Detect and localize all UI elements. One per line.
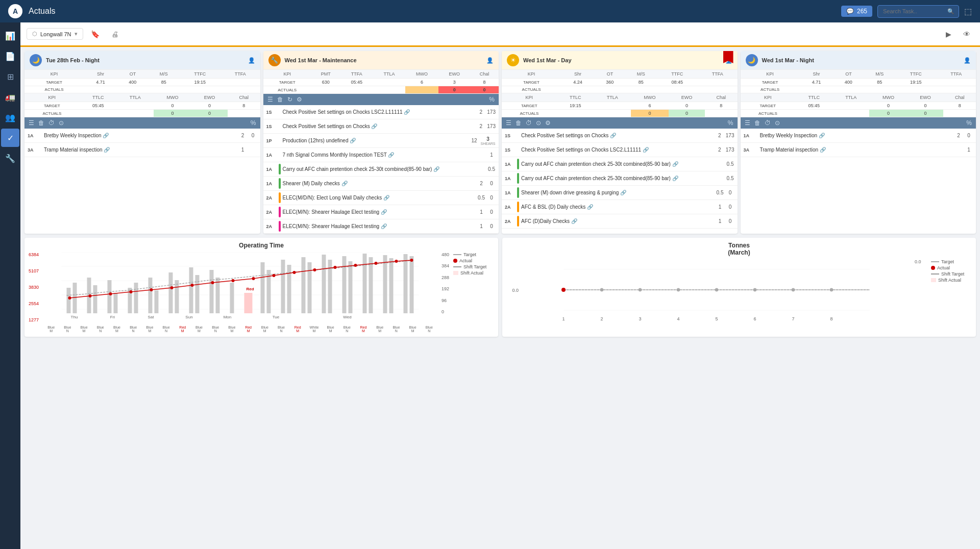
ewo-actual: 0 — [191, 110, 228, 117]
sub-label-red: RedM — [175, 326, 191, 333]
svg-point-43 — [150, 288, 153, 291]
chat-icon: 💬 — [846, 8, 854, 15]
badge-1s-1: 1S — [266, 110, 277, 115]
trash-icon-wn[interactable]: 🗑 — [754, 119, 761, 127]
task-name-1p: Production (12hrs) undefined 🔗 — [283, 138, 469, 144]
list-icon[interactable]: ☰ — [29, 119, 34, 127]
sidebar-item-people[interactable]: 👥 — [1, 108, 19, 127]
link-2a-h2[interactable]: 🔗 — [381, 223, 387, 229]
link-d1[interactable]: 🔗 — [610, 133, 616, 138]
percent-icon[interactable]: % — [251, 119, 256, 127]
settings-icon[interactable]: ⚙ — [297, 96, 302, 103]
list-icon-wn[interactable]: ☰ — [745, 119, 750, 127]
app-logo[interactable]: A — [8, 4, 22, 18]
y-axis-left: 6384 5107 3830 2554 1277 — [29, 252, 39, 333]
actuals-label2: ACTUALS — [24, 110, 80, 117]
link-wn2[interactable]: 🔗 — [820, 147, 826, 153]
link-wn1[interactable]: 🔗 — [819, 133, 825, 138]
target-icon[interactable]: ⊙ — [59, 119, 64, 127]
task-toolbar-1: ☰ 🗑 ⏱ ⊙ % — [24, 117, 260, 129]
sidebar-item-docs[interactable]: 📄 — [1, 47, 19, 65]
y-r384: 384 — [442, 263, 449, 268]
sidebar-item-grid[interactable]: ⊞ — [1, 67, 19, 86]
mwo-wna2: 0 — [869, 110, 907, 117]
link-1a-sh[interactable]: 🔗 — [341, 181, 348, 186]
svg-point-47 — [232, 279, 235, 282]
num-1p: 12 — [470, 138, 478, 143]
task-row-1p: 1P Production (12hrs) undefined 🔗 12 3 S… — [263, 134, 499, 148]
trash-icon[interactable]: 🗑 — [38, 119, 44, 127]
ot-wnh: OT — [834, 70, 864, 79]
sidebar-item-charts[interactable]: 📊 — [1, 27, 19, 45]
sidebar-item-tools[interactable]: 🔧 — [1, 149, 19, 167]
sidebar-item-actuals[interactable]: ✓ — [1, 129, 19, 147]
ttlc-dv2: 19:15 — [557, 102, 594, 110]
task-name-2a-h2: ELEC(M/N): Shearer Haulage Elect testing… — [283, 223, 476, 230]
link-d6[interactable]: 🔗 — [587, 204, 593, 210]
link-1s-1[interactable]: 🔗 — [404, 109, 410, 115]
ttla-target — [117, 102, 154, 110]
eye-icon-btn[interactable]: 👁 — [960, 27, 974, 41]
ind-d4 — [517, 173, 519, 184]
task-link[interactable]: 🔗 — [103, 133, 109, 138]
clock-icon-d[interactable]: ⏱ — [526, 119, 532, 127]
link-d3[interactable]: 🔗 — [672, 161, 678, 167]
bookmark-button[interactable]: 🔖 — [88, 27, 103, 41]
link-1s-2[interactable]: 🔗 — [371, 123, 377, 129]
longwall-selector[interactable]: ⬡ Longwall 7N ▾ — [27, 28, 83, 40]
task-link[interactable]: 🔗 — [104, 147, 110, 153]
svg-text:7: 7 — [792, 316, 794, 321]
link-d2[interactable]: 🔗 — [643, 147, 649, 153]
badge-1s-2: 1S — [266, 124, 277, 129]
link-d4[interactable]: 🔗 — [672, 176, 678, 181]
link-d7[interactable]: 🔗 — [571, 218, 577, 224]
legend-target: Target — [453, 252, 494, 257]
clock-icon[interactable]: ⏱ — [48, 119, 55, 127]
ot-dv: 360 — [595, 79, 625, 86]
trash-icon-d[interactable]: 🗑 — [516, 119, 522, 127]
ewo-da2: 0 — [669, 110, 705, 117]
link-2a-h1[interactable]: 🔗 — [381, 209, 387, 215]
percent-icon-d[interactable]: % — [728, 119, 733, 127]
kpi-dh2: KPI — [502, 93, 557, 102]
chat-button[interactable]: 💬 265 — [841, 6, 872, 17]
kpi-table-day1: KPI Shr OT M/S TTFC TTFA TARGET 4.24 360… — [502, 70, 738, 93]
ttla-actual — [117, 110, 154, 117]
chart-bar-icon: 📊 — [5, 31, 15, 41]
logout-icon[interactable]: ⬚ — [964, 7, 972, 16]
target-icon-wn[interactable]: ⊙ — [775, 119, 780, 127]
trash-icon2[interactable]: 🗑 — [277, 96, 283, 103]
t-legend-target-label: Target — [941, 259, 954, 264]
mwo-header: MWO — [154, 93, 191, 102]
sub-label: BlueM — [322, 326, 338, 333]
list-icon2[interactable]: ☰ — [267, 96, 273, 103]
print-button[interactable]: 🖨 — [108, 27, 122, 41]
badge-1a-sh: 1A — [266, 181, 277, 186]
search-input[interactable] — [883, 8, 944, 14]
ttfc-wna — [895, 86, 936, 93]
clock-icon-wn[interactable]: ⏱ — [765, 119, 771, 127]
link-1p[interactable]: 🔗 — [350, 138, 356, 143]
tonnes-legend: Target Actual Shift Target Shift Ac — [931, 259, 972, 332]
t-legend-shift-target: Shift Target — [931, 271, 972, 277]
rotate-icon[interactable]: ↻ — [287, 96, 292, 103]
settings-icon-d[interactable]: ⚙ — [545, 119, 551, 127]
target-icon-d[interactable]: ⊙ — [536, 119, 541, 127]
num2-d2: 173 — [726, 147, 734, 153]
list-icon-d[interactable]: ☰ — [506, 119, 511, 127]
sub-label: BlueM — [405, 326, 421, 333]
video-icon-btn[interactable]: ▶ — [941, 27, 955, 41]
link-1a-c[interactable]: 🔗 — [388, 152, 394, 158]
percent-icon2[interactable]: % — [489, 96, 495, 103]
sidebar-item-truck[interactable]: 🚛 — [1, 88, 19, 106]
user-icon: 👤 — [248, 57, 255, 64]
night-icon: 🌙 — [30, 54, 42, 66]
kpi-header: KPI — [24, 70, 84, 79]
link-2a-e[interactable]: 🔗 — [383, 195, 389, 201]
link-1a-afc[interactable]: 🔗 — [433, 166, 439, 172]
task-toolbar-wn: ☰ 🗑 ⏱ ⊙ % — [741, 117, 976, 129]
percent-icon-wn[interactable]: % — [966, 119, 972, 127]
svg-rect-27 — [302, 257, 306, 313]
sub-label: BlueN — [388, 326, 404, 333]
link-d5[interactable]: 🔗 — [620, 190, 626, 195]
